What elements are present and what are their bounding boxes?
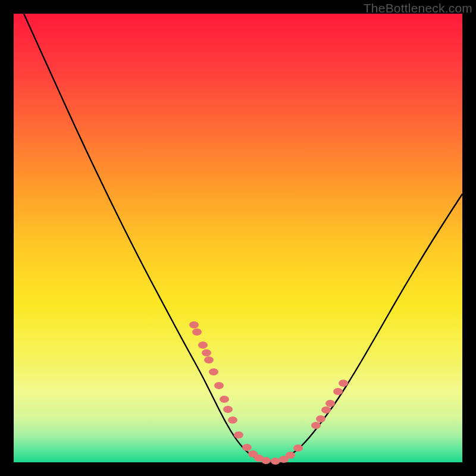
highlight-dot (234, 431, 243, 439)
highlight-dot (220, 396, 229, 403)
highlight-dot (223, 406, 233, 413)
highlight-dot (192, 328, 202, 336)
highlight-dot (339, 380, 348, 387)
highlight-dot (214, 382, 224, 389)
highlight-dot (316, 415, 325, 422)
highlight-dots (189, 321, 348, 465)
highlight-dot (271, 458, 280, 465)
highlight-dot (293, 444, 303, 452)
highlight-dot (228, 416, 237, 424)
highlight-dot (209, 368, 218, 375)
highlight-dot (242, 444, 252, 451)
highlight-dot (333, 388, 343, 395)
highlight-dot (189, 321, 199, 328)
highlight-dot (202, 349, 211, 356)
highlight-dot (286, 452, 295, 459)
highlight-dot (204, 356, 214, 364)
bottleneck-curve (24, 14, 462, 461)
highlight-dot (325, 400, 335, 407)
highlight-dot (261, 457, 271, 464)
highlight-dot (321, 406, 331, 414)
highlight-dot (311, 422, 321, 429)
highlight-dot (198, 342, 208, 349)
chart-svg (14, 14, 462, 462)
